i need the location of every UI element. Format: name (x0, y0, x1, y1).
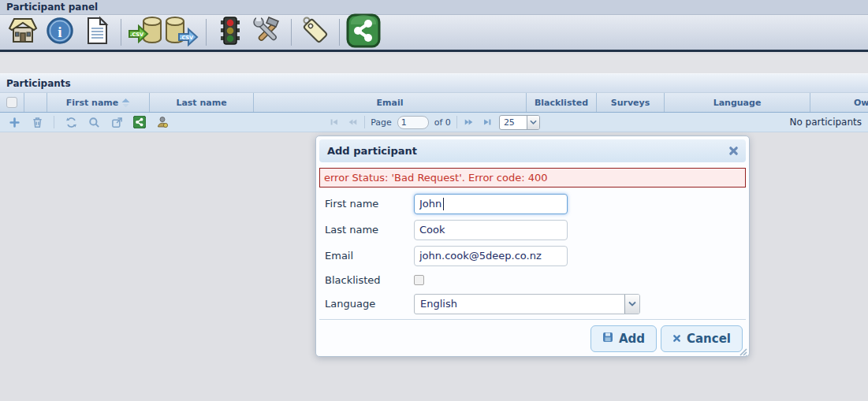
page-label: Page (371, 117, 392, 128)
toolbar-separator (206, 19, 207, 46)
pagination-separator (456, 116, 457, 128)
svg-text:i: i (58, 24, 61, 40)
home-icon (7, 15, 39, 50)
chevron-down-icon (527, 116, 539, 129)
add-participant-dialog: Add participant error Status: 'Bad Reque… (315, 136, 750, 357)
sort-asc-icon (121, 98, 130, 108)
grid-header-row: First name Last name Email Blacklisted S… (0, 93, 868, 113)
dialog-footer: Add Cancel (319, 319, 746, 352)
toolbar-separator (339, 19, 340, 46)
csv-export-button[interactable]: .CSV (165, 16, 199, 49)
grid-toolbar: Page of 0 25 No participants (0, 113, 868, 132)
grid-panel-title: Participants (0, 73, 868, 93)
header-cell-select (0, 93, 24, 112)
last-name-label: Last name (319, 224, 414, 236)
svg-text:.CSV: .CSV (180, 35, 193, 41)
tools-icon (251, 15, 283, 50)
participant-panel-screen: Participant panel i (0, 0, 868, 401)
tag-icon (300, 15, 331, 50)
tools-button[interactable] (250, 16, 285, 49)
page-number-input[interactable] (397, 116, 429, 129)
next-page-icon[interactable] (463, 116, 475, 128)
first-name-field[interactable] (414, 194, 568, 214)
csv-import-button[interactable]: .CSV (128, 16, 162, 49)
user-icon[interactable] (156, 116, 169, 128)
notes-icon (81, 15, 113, 50)
close-icon[interactable] (727, 145, 739, 158)
page-of-label: of 0 (434, 117, 451, 128)
language-label: Language (319, 298, 414, 310)
toolbar-separator (121, 19, 121, 46)
add-button[interactable]: Add (590, 325, 657, 352)
search-icon[interactable] (88, 116, 100, 128)
column-header-blacklisted[interactable]: Blacklisted (527, 93, 597, 112)
email-label: Email (319, 250, 414, 262)
email-row: Email (319, 243, 746, 269)
csv-import-icon: .CSV (128, 15, 162, 50)
add-participant-form: First name Last name Email Blacklisted L… (319, 191, 746, 317)
toolbar-separator (291, 19, 292, 46)
share-button[interactable] (346, 16, 381, 49)
language-select[interactable]: English (414, 294, 640, 314)
blacklisted-row: Blacklisted (319, 269, 746, 291)
page-background (0, 54, 868, 73)
last-page-icon[interactable] (481, 116, 494, 128)
text-cursor (443, 198, 444, 210)
blacklisted-label: Blacklisted (319, 274, 414, 286)
page-size-value: 25 (500, 117, 527, 128)
resize-grip[interactable] (737, 344, 747, 355)
column-header-surveys[interactable]: Surveys (597, 93, 665, 112)
language-value: English (415, 298, 624, 310)
delete-icon[interactable] (31, 116, 43, 128)
chevron-down-icon (624, 295, 639, 314)
pagination-separator (364, 116, 365, 128)
dialog-title: Add participant (327, 145, 727, 157)
email-field[interactable] (414, 246, 568, 266)
page-title: Participant panel (0, 0, 868, 15)
info-icon: i (44, 15, 76, 50)
main-toolbar: i .CSV (0, 15, 868, 52)
share-icon (346, 13, 381, 51)
column-header-first-name[interactable]: First name (47, 93, 150, 112)
language-row: Language English (319, 291, 746, 317)
cancel-button[interactable]: Cancel (661, 325, 743, 352)
csv-export-icon: .CSV (165, 15, 199, 50)
dialog-header: Add participant (319, 139, 746, 162)
save-disk-icon (602, 332, 613, 346)
grid-toolbar-separator (54, 116, 54, 128)
home-button[interactable] (6, 16, 40, 49)
export-icon[interactable] (110, 116, 123, 128)
column-header-last-name[interactable]: Last name (150, 93, 254, 112)
blacklisted-checkbox[interactable] (414, 275, 424, 285)
header-cell-actions (24, 93, 47, 112)
share-small-icon[interactable] (133, 116, 146, 128)
column-header-language[interactable]: Language (665, 93, 810, 112)
tag-button[interactable] (298, 16, 333, 49)
page-size-select[interactable]: 25 (499, 115, 540, 130)
notes-button[interactable] (80, 16, 114, 49)
first-name-row: First name (319, 191, 746, 217)
traffic-light-icon (214, 15, 246, 50)
empty-grid-message: No participants (789, 117, 868, 128)
info-button[interactable]: i (43, 16, 77, 49)
cancel-x-icon (672, 332, 681, 346)
traffic-light-button[interactable] (213, 16, 248, 49)
first-name-label: First name (319, 198, 414, 210)
last-name-field[interactable] (414, 220, 568, 240)
column-header-owner[interactable]: Owner (810, 93, 868, 112)
select-all-checkbox[interactable] (6, 97, 17, 108)
svg-text:.CSV: .CSV (130, 32, 143, 38)
add-participant-icon[interactable] (8, 116, 20, 128)
column-header-email[interactable]: Email (254, 93, 527, 112)
first-page-icon[interactable] (328, 116, 341, 128)
error-message: error Status: 'Bad Request'. Error code:… (319, 168, 746, 188)
last-name-row: Last name (319, 217, 746, 243)
refresh-icon[interactable] (65, 116, 77, 128)
previous-page-icon[interactable] (346, 116, 359, 128)
